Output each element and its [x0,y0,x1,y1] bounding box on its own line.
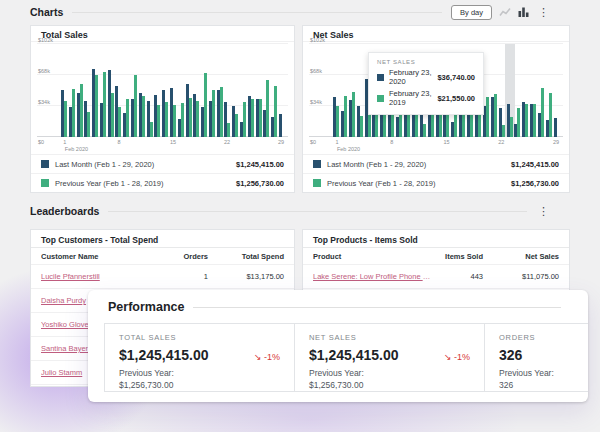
total-sales-chart-card: Total Sales $34k$68k$102k$0 18152229Feb … [30,25,295,193]
previous-period-bar [103,72,106,137]
charts-section-header: Charts By day ⋮ [30,3,551,21]
bar-group-day-1[interactable] [333,44,339,137]
bar-group-day-12[interactable] [147,44,153,137]
current-period-bar [554,118,557,137]
interval-select[interactable]: By day [451,5,492,20]
bar-group-day-20[interactable] [209,44,215,137]
bar-group-day-3[interactable] [77,44,83,137]
y-axis-zero-label: $0 [310,139,316,145]
column-header: Net Sales [483,252,559,261]
bar-group-day-2[interactable] [69,44,75,137]
x-axis-tick: 8 [117,139,120,145]
y-axis-label: $102k [38,37,53,43]
row-cell: 443 [431,272,483,281]
legend-label: Previous Year (Feb 1 - 28, 2019) [55,179,163,188]
previous-period-bar [173,105,176,137]
x-axis-tick: 15 [170,139,176,145]
bar-group-day-8[interactable] [115,44,121,137]
previous-period-bar [118,107,121,137]
bar-group-day-27[interactable] [263,44,269,137]
legend-item[interactable]: Previous Year (Feb 1 - 28, 2019)$1,256,7… [303,173,569,192]
bar-group-day-16[interactable] [178,44,184,137]
kpi-value-row: $1,245,415.00↘ -1% [309,347,470,363]
bar-group-day-29[interactable] [554,44,560,137]
leaderboards-kebab-menu-icon[interactable]: ⋮ [536,206,551,217]
section-divider [193,307,561,308]
x-axis-tick: 1 [335,139,338,145]
bar-group-day-11[interactable] [139,44,145,137]
bar-group-day-9[interactable] [123,44,129,137]
bar-group-day-10[interactable] [131,44,137,137]
bar-group-day-24[interactable] [514,44,520,137]
bar-group-day-29[interactable] [279,44,285,137]
legend-value: $1,245,415.00 [236,160,284,169]
row-link[interactable]: Lucile Pfannerstill [41,272,156,281]
bar-group-day-18[interactable] [193,44,199,137]
bar-group-day-14[interactable] [162,44,168,137]
chart-tooltip: NET SALES February 23, 2020$36,740.00Feb… [368,52,484,115]
bar-group-day-22[interactable] [224,44,230,137]
tooltip-value: $36,740.00 [437,73,475,82]
bar-chart-icon[interactable] [518,7,529,17]
bar-group-day-28[interactable] [271,44,277,137]
bar-group-day-4[interactable] [84,44,90,137]
previous-period-bar [525,104,528,137]
previous-period-bar [243,102,246,137]
charts-kebab-menu-icon[interactable]: ⋮ [536,7,551,18]
previous-period-bar [336,106,339,137]
bar-group-day-25[interactable] [248,44,254,137]
bar-group-day-3[interactable] [349,44,355,137]
previous-period-bar [344,96,347,137]
legend-item[interactable]: Previous Year (Feb 1 - 28, 2019)$1,256,7… [31,173,294,192]
x-axis-tick: 8 [390,139,393,145]
bar-group-day-28[interactable] [546,44,552,137]
table-row: Lucile Pfannerstill1$13,175.00 [31,265,294,289]
kpi-previous: Previous Year:$1,256,730.00 [119,367,280,392]
bar-group-day-27[interactable] [538,44,544,137]
bar-group-day-1[interactable] [61,44,67,137]
bar-group-day-19[interactable] [201,44,207,137]
kpi-previous-value: 326 [499,379,588,391]
previous-period-bar [235,114,238,137]
kpi-label: ORDERS [499,333,588,342]
bar-group-day-17[interactable] [186,44,192,137]
bar-group-day-7[interactable] [108,44,114,137]
row-link[interactable]: Lake Serene: Low Profile Phone Cases [313,272,431,281]
tooltip-label: February 23, 2019 [389,89,437,107]
bar-group-day-26[interactable] [530,44,536,137]
previous-period-bar [227,123,230,137]
x-axis-tick: 22 [224,139,230,145]
bar-group-day-15[interactable] [170,44,176,137]
bar-group-day-21[interactable] [217,44,223,137]
legend-color-swatch [313,160,321,168]
bar-group-day-23[interactable] [232,44,238,137]
net-sales-plot: $34k$68k$102k$0 18152229Feb 2020 NET SAL… [309,44,563,153]
bar-group-day-25[interactable] [522,44,528,137]
tooltip-color-swatch [377,95,384,102]
x-axis-tick: 29 [278,139,284,145]
previous-period-bar [111,93,114,137]
bar-group-day-13[interactable] [154,44,160,137]
bar-group-day-4[interactable] [357,44,363,137]
bar-group-day-24[interactable] [240,44,246,137]
table-header-row: Customer NameOrdersTotal Spend [31,248,294,265]
previous-period-bar [220,87,223,137]
bar-group-day-6[interactable] [100,44,106,137]
column-header: Product [313,252,431,261]
line-chart-icon[interactable] [499,7,511,17]
column-header: Customer Name [41,252,156,261]
bar-group-day-23[interactable] [507,44,513,137]
legend-item[interactable]: Last Month (Feb 1 - 29, 2020)$1,245,415.… [31,154,294,173]
bar-group-day-5[interactable] [92,44,98,137]
kpi-previous: Previous Year:326 [499,367,588,392]
legend-value: $1,245,415.00 [511,160,559,169]
legend-item[interactable]: Last Month (Feb 1 - 29, 2020)$1,245,415.… [303,154,569,173]
bar-group-day-2[interactable] [341,44,347,137]
bar-group-day-26[interactable] [256,44,262,137]
tooltip-row: February 23, 2019$21,550.00 [377,89,475,107]
section-divider [72,12,442,13]
bar-group-day-21[interactable] [491,44,497,137]
kpi-value: 326 [499,347,522,363]
tooltip-label: February 23, 2020 [389,68,437,86]
previous-period-bar [72,89,75,137]
